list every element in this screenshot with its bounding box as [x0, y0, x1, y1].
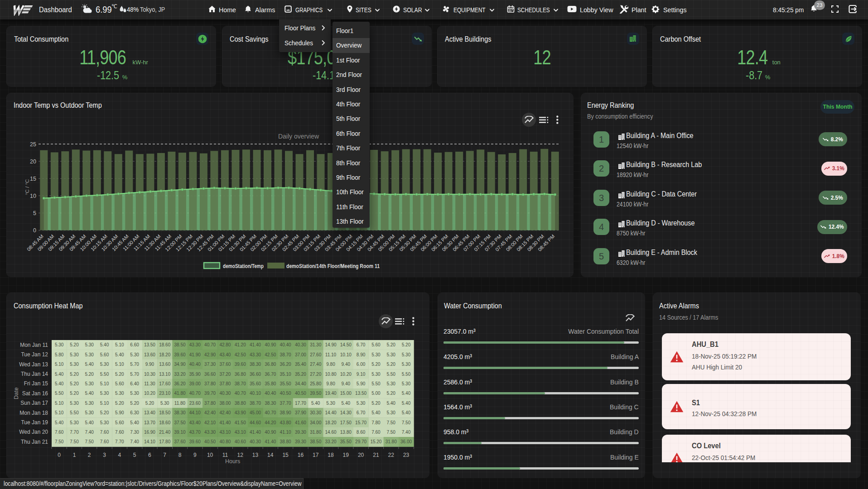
svg-text:44.10: 44.10: [189, 410, 201, 415]
svg-text:38.70: 38.70: [280, 352, 291, 357]
svg-text:8.90: 8.90: [357, 352, 366, 357]
svg-text:5.40: 5.40: [402, 410, 411, 415]
svg-text:7.60: 7.60: [115, 430, 124, 435]
svg-text:0: 0: [58, 452, 61, 458]
svg-text:36.60: 36.60: [250, 372, 261, 377]
svg-text:21: 21: [373, 452, 379, 458]
svg-text:13.50: 13.50: [355, 391, 366, 396]
svg-text:Sat Jan 16: Sat Jan 16: [22, 390, 48, 397]
svg-text:43.40: 43.40: [189, 420, 201, 425]
svg-text:13.80: 13.80: [340, 430, 352, 435]
svg-text:7.60: 7.60: [55, 430, 64, 435]
svg-text:5.30: 5.30: [85, 342, 94, 347]
svg-text:7: 7: [163, 452, 166, 458]
svg-text:35.40: 35.40: [295, 362, 306, 367]
svg-text:5.50: 5.50: [371, 381, 381, 386]
svg-text:5.20: 5.20: [115, 401, 124, 406]
svg-text:42.40: 42.40: [219, 410, 231, 415]
svg-text:40.90: 40.90: [265, 430, 276, 435]
svg-text:34.90: 34.90: [174, 362, 185, 367]
svg-text:Thu Jan 21: Thu Jan 21: [21, 439, 48, 445]
svg-text:9.90: 9.90: [145, 362, 154, 367]
svg-text:36.80: 36.80: [235, 372, 246, 377]
svg-text:38.50: 38.50: [174, 342, 185, 347]
svg-text:14.50: 14.50: [340, 342, 352, 347]
svg-text:40.70: 40.70: [265, 410, 276, 415]
svg-text:5.10: 5.10: [115, 342, 124, 347]
svg-text:25: 25: [30, 141, 36, 148]
svg-text:5.40: 5.40: [55, 420, 64, 425]
svg-text:Mon Jan 11: Mon Jan 11: [20, 342, 48, 348]
svg-text:11: 11: [222, 452, 228, 458]
svg-text:5.10: 5.10: [100, 381, 109, 386]
svg-text:40.30: 40.30: [250, 439, 261, 444]
svg-text:33.20: 33.20: [174, 372, 185, 377]
svg-text:Wed Jan 13: Wed Jan 13: [19, 361, 48, 368]
svg-text:7.40: 7.40: [130, 439, 139, 444]
svg-text:27.40: 27.40: [310, 362, 321, 367]
svg-text:39.60: 39.60: [189, 439, 201, 444]
svg-text:13.60: 13.60: [144, 352, 155, 357]
svg-text:43.30: 43.30: [204, 430, 216, 435]
svg-text:41.40: 41.40: [250, 342, 261, 347]
svg-text:39.00: 39.00: [189, 381, 201, 386]
svg-text:5.10: 5.10: [115, 362, 124, 367]
svg-text:5.60: 5.60: [371, 342, 381, 347]
svg-text:5.30: 5.30: [70, 401, 79, 406]
svg-text:5.10: 5.10: [55, 401, 64, 406]
svg-text:27.20: 27.20: [310, 372, 321, 377]
svg-text:40.30: 40.30: [295, 342, 306, 347]
svg-text:14.90: 14.90: [325, 342, 336, 347]
svg-text:5.30: 5.30: [402, 362, 411, 367]
svg-text:5.30: 5.30: [70, 362, 79, 367]
svg-text:40.50: 40.50: [280, 391, 291, 396]
svg-text:43.30: 43.30: [189, 342, 201, 347]
svg-text:7.50: 7.50: [386, 420, 395, 425]
svg-text:23: 23: [403, 452, 410, 458]
svg-text:43.10: 43.10: [235, 430, 246, 435]
svg-text:9.40: 9.40: [342, 362, 351, 367]
svg-text:6.60: 6.60: [130, 342, 139, 347]
svg-text:Tue Jan 12: Tue Jan 12: [21, 351, 48, 358]
svg-text:45.00: 45.00: [250, 410, 261, 415]
svg-text:41.60: 41.60: [295, 420, 306, 425]
svg-text:5.30: 5.30: [402, 381, 411, 386]
svg-text:40.70: 40.70: [189, 391, 201, 396]
svg-text:5.60: 5.60: [115, 420, 124, 425]
svg-text:10.10: 10.10: [340, 352, 352, 357]
svg-text:34.00: 34.00: [310, 420, 321, 425]
svg-text:5.40: 5.40: [386, 401, 395, 406]
svg-text:3: 3: [103, 452, 106, 458]
svg-text:10: 10: [30, 193, 36, 199]
svg-text:35.20: 35.20: [295, 372, 306, 377]
svg-text:38.90: 38.90: [280, 410, 291, 415]
svg-text:41.20: 41.20: [235, 342, 246, 347]
svg-text:5.30: 5.30: [371, 352, 381, 357]
svg-text:5.40: 5.40: [402, 391, 411, 396]
svg-text:Mon Jan 18: Mon Jan 18: [19, 410, 48, 416]
svg-text:41.40: 41.40: [265, 439, 276, 444]
svg-text:6.70: 6.70: [357, 410, 366, 415]
svg-text:35.50: 35.50: [280, 381, 291, 386]
svg-text:13.10: 13.10: [159, 372, 170, 377]
svg-text:17.70: 17.70: [295, 401, 306, 406]
svg-text:Tue Jan 19: Tue Jan 19: [21, 419, 48, 426]
svg-text:15: 15: [30, 176, 36, 182]
svg-text:36.20: 36.20: [174, 381, 185, 386]
svg-text:13.40: 13.40: [144, 410, 155, 415]
svg-text:43.30: 43.30: [250, 352, 261, 357]
svg-text:33.20: 33.20: [325, 439, 336, 444]
svg-text:9.40: 9.40: [342, 381, 351, 386]
svg-text:5.10: 5.10: [55, 362, 64, 367]
svg-text:40.50: 40.50: [295, 391, 306, 396]
svg-text:41.50: 41.50: [235, 420, 246, 425]
svg-text:42.80: 42.80: [219, 342, 231, 347]
svg-text:31.30: 31.30: [310, 342, 321, 347]
svg-text:5.20: 5.20: [85, 372, 94, 377]
svg-text:21.40: 21.40: [159, 430, 170, 435]
svg-text:18.60: 18.60: [159, 420, 170, 425]
svg-text:5.30: 5.30: [85, 352, 94, 357]
svg-text:10: 10: [207, 452, 213, 458]
svg-text:18.20: 18.20: [159, 352, 170, 357]
svg-text:41.80: 41.80: [174, 391, 185, 396]
